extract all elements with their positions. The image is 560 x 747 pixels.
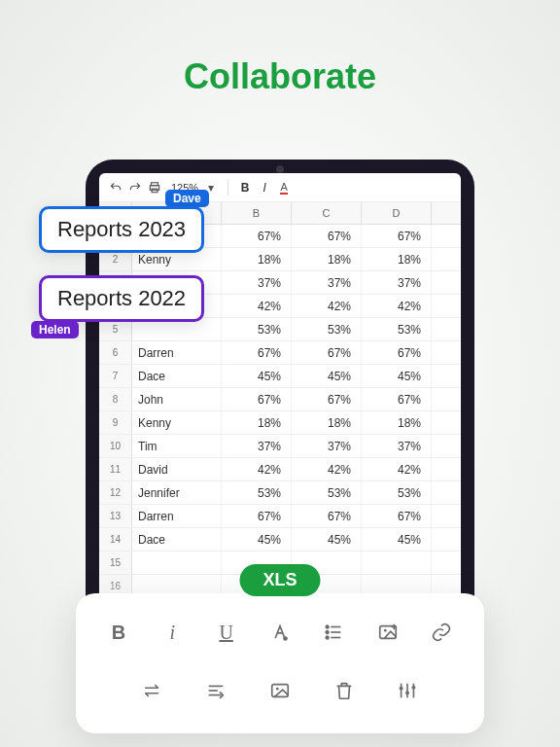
redo-icon[interactable] xyxy=(128,181,142,195)
cell[interactable]: 18% xyxy=(362,411,432,434)
cell[interactable]: 18% xyxy=(292,248,362,270)
separator xyxy=(228,180,228,196)
cell[interactable]: 37% xyxy=(292,435,362,457)
link-button[interactable] xyxy=(424,615,459,650)
cell[interactable] xyxy=(362,551,432,574)
row-number[interactable]: 9 xyxy=(99,411,132,434)
collaborator-bubble-dave[interactable]: Reports 2023 xyxy=(39,206,204,253)
cell[interactable]: 45% xyxy=(222,528,292,551)
table-row[interactable]: 8John67%67%67% xyxy=(99,388,461,411)
cell[interactable]: 53% xyxy=(292,481,362,504)
cell[interactable]: 45% xyxy=(362,365,432,387)
collaborator-tag-helen: Helen xyxy=(31,321,79,338)
cell[interactable]: 67% xyxy=(222,505,292,527)
cell[interactable]: 37% xyxy=(222,271,292,294)
row-number[interactable]: 14 xyxy=(99,528,132,551)
row-number[interactable]: 12 xyxy=(99,481,132,504)
cell[interactable]: 42% xyxy=(292,458,362,480)
cell[interactable]: David xyxy=(132,458,222,480)
cell[interactable]: 53% xyxy=(362,318,432,340)
cell[interactable]: 42% xyxy=(362,458,432,480)
cell[interactable]: 67% xyxy=(292,388,362,410)
text-color-icon[interactable]: A xyxy=(277,181,291,195)
cell[interactable]: 37% xyxy=(362,271,432,294)
cell[interactable]: 45% xyxy=(292,365,362,387)
cell[interactable]: 18% xyxy=(222,411,292,434)
cell[interactable]: 45% xyxy=(292,528,362,551)
cell[interactable]: 67% xyxy=(362,388,432,410)
image-button[interactable] xyxy=(262,673,298,708)
cell[interactable]: 53% xyxy=(222,318,292,340)
camera-dot xyxy=(276,165,284,173)
collaborator-bubble-helen[interactable]: Reports 2022 xyxy=(39,275,204,322)
table-row[interactable]: 6Darren67%67%67% xyxy=(99,341,461,365)
italic-icon[interactable]: I xyxy=(258,181,271,195)
table-row[interactable]: 14Dace45%45%45% xyxy=(99,528,461,551)
cell[interactable]: 42% xyxy=(222,458,292,480)
insert-image-button[interactable] xyxy=(370,615,405,650)
table-row[interactable]: 9Kenny18%18%18% xyxy=(99,411,461,435)
cell[interactable]: Dace xyxy=(132,365,222,387)
col-header-d[interactable]: D xyxy=(362,202,432,224)
cell[interactable]: 67% xyxy=(222,388,292,410)
underline-button[interactable]: U xyxy=(209,615,244,650)
cell[interactable]: 67% xyxy=(292,505,362,527)
cell[interactable]: 67% xyxy=(362,341,432,364)
undo-icon[interactable] xyxy=(109,181,122,195)
swap-button[interactable] xyxy=(135,673,170,708)
row-number[interactable]: 15 xyxy=(99,551,132,574)
cell[interactable]: 53% xyxy=(362,481,432,504)
cell[interactable]: 67% xyxy=(292,225,362,247)
cell[interactable]: John xyxy=(132,388,222,410)
settings-button[interactable] xyxy=(390,673,425,708)
svg-rect-2 xyxy=(152,189,158,193)
row-number[interactable]: 10 xyxy=(99,435,132,457)
cell[interactable]: 67% xyxy=(222,341,292,364)
cell[interactable]: 37% xyxy=(362,435,432,457)
row-number[interactable]: 7 xyxy=(99,365,132,387)
svg-point-11 xyxy=(384,629,387,632)
row-number[interactable]: 8 xyxy=(99,388,132,410)
cell[interactable]: Tim xyxy=(132,435,222,457)
cell[interactable]: 42% xyxy=(292,295,362,317)
cell[interactable] xyxy=(132,551,222,574)
cell[interactable]: 42% xyxy=(362,295,432,317)
cell[interactable]: 53% xyxy=(292,318,362,340)
cell[interactable]: Darren xyxy=(132,505,222,527)
bold-icon[interactable]: B xyxy=(238,181,252,195)
cell[interactable]: 45% xyxy=(362,528,432,551)
delete-button[interactable] xyxy=(327,673,362,708)
cell[interactable]: 18% xyxy=(292,411,362,434)
col-header-c[interactable]: C xyxy=(292,202,362,224)
bold-button[interactable]: B xyxy=(101,615,136,650)
cell[interactable]: 67% xyxy=(362,225,432,247)
cell[interactable]: Dace xyxy=(132,528,222,551)
table-row[interactable]: 13Darren67%67%67% xyxy=(99,505,461,528)
cell[interactable]: 53% xyxy=(222,481,292,504)
align-button[interactable] xyxy=(198,673,233,708)
row-number[interactable]: 6 xyxy=(99,341,132,364)
cell[interactable]: 18% xyxy=(362,248,432,270)
text-color-button[interactable] xyxy=(262,615,298,650)
row-number[interactable]: 11 xyxy=(99,458,132,480)
cell[interactable]: 18% xyxy=(222,248,292,270)
row-number[interactable]: 13 xyxy=(99,505,132,527)
list-button[interactable] xyxy=(316,615,351,650)
italic-button[interactable]: i xyxy=(155,615,190,650)
cell[interactable]: 67% xyxy=(292,341,362,364)
print-icon[interactable] xyxy=(148,181,161,195)
cell[interactable]: 67% xyxy=(362,505,432,527)
cell[interactable]: 67% xyxy=(222,225,292,247)
col-header-b[interactable]: B xyxy=(222,202,292,224)
cell[interactable]: Darren xyxy=(132,341,222,364)
cell[interactable]: 42% xyxy=(222,295,292,317)
cell[interactable]: Kenny xyxy=(132,411,222,434)
cell[interactable]: 37% xyxy=(222,435,292,457)
table-row[interactable]: 7Dace45%45%45% xyxy=(99,365,461,388)
cell[interactable]: Jennifer xyxy=(132,481,222,504)
cell[interactable]: 37% xyxy=(292,271,362,294)
table-row[interactable]: 11David42%42%42% xyxy=(99,458,461,481)
cell[interactable]: 45% xyxy=(222,365,292,387)
table-row[interactable]: 12Jennifer53%53%53% xyxy=(99,481,461,505)
table-row[interactable]: 10Tim37%37%37% xyxy=(99,435,461,458)
